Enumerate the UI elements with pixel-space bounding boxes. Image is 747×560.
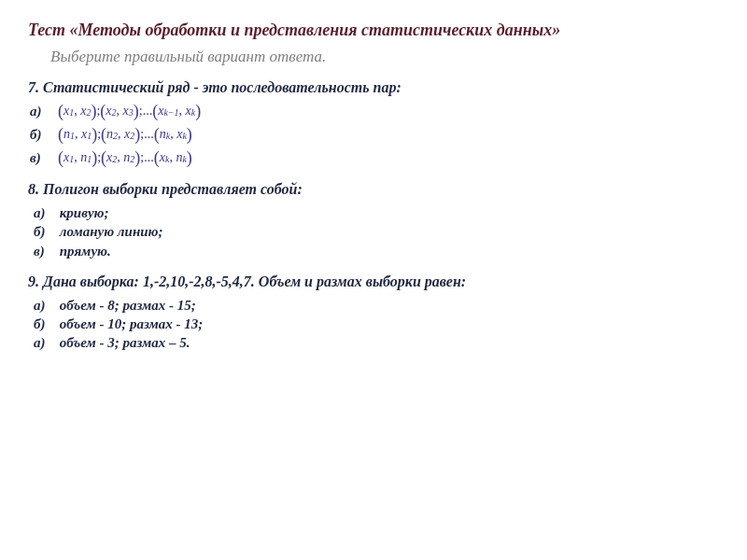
q7-prompt: 7. Статистический ряд - это последовател… xyxy=(28,79,719,96)
option-label: а) xyxy=(34,203,56,222)
q8-option-c: в) прямую. xyxy=(34,242,719,260)
option-label: а) xyxy=(30,104,58,119)
option-label: в) xyxy=(30,150,58,166)
option-label: а) xyxy=(34,333,56,352)
q8-prompt: 8. Полигон выборки представляет собой: xyxy=(28,181,719,198)
q7-option-a: а) (x1, x2);(x2, x3);...(xk−1, xk) xyxy=(28,102,719,121)
option-text: кривую; xyxy=(60,205,109,220)
q9-option-b: б) объем - 10; размах - 13; xyxy=(34,315,719,333)
option-label: а) xyxy=(34,296,56,315)
question-8: 8. Полигон выборки представляет собой: а… xyxy=(28,181,719,260)
test-subtitle: Выберите правильный вариант ответа. xyxy=(50,48,719,66)
q9-prompt: 9. Дана выборка: 1,-2,10,-2,8,-5,4,7. Об… xyxy=(28,273,719,290)
question-7: 7. Статистический ряд - это последовател… xyxy=(28,79,719,168)
option-text: объем - 8; размах - 15; xyxy=(60,298,196,313)
q9-option-c: а) объем - 3; размах – 5. xyxy=(34,333,719,352)
q7-option-c: в) (x1, n1);(x2, n2);...(xk, nk) xyxy=(28,148,719,168)
option-label: б) xyxy=(30,127,58,143)
option-text: ломаную линию; xyxy=(60,224,163,239)
q8-option-a: а) кривую; xyxy=(34,203,719,222)
q9-option-a: а) объем - 8; размах - 15; xyxy=(34,296,719,315)
q8-options: а) кривую; б) ломаную линию; в) прямую. xyxy=(34,203,719,260)
q7-option-b: б) (n1, x1);(n2, x2);...(nk, xk) xyxy=(28,125,719,145)
option-label: в) xyxy=(34,242,56,260)
option-text: прямую. xyxy=(60,244,111,259)
question-9: 9. Дана выборка: 1,-2,10,-2,8,-5,4,7. Об… xyxy=(28,273,719,353)
q8-option-b: б) ломаную линию; xyxy=(34,222,719,241)
test-title: Тест «Методы обработки и представления с… xyxy=(28,21,719,40)
q7-formula-c: (x1, n1);(x2, n2);...(xk, nk) xyxy=(58,148,192,168)
option-label: б) xyxy=(34,315,56,333)
q7-formula-a: (x1, x2);(x2, x3);...(xk−1, xk) xyxy=(58,102,201,121)
option-text: объем - 10; размах - 13; xyxy=(60,316,204,331)
q9-options: а) объем - 8; размах - 15; б) объем - 10… xyxy=(34,296,719,353)
slide: Тест «Методы обработки и представления с… xyxy=(0,0,747,560)
q7-formula-b: (n1, x1);(n2, x2);...(nk, xk) xyxy=(58,125,192,145)
option-label: б) xyxy=(34,222,56,241)
option-text: объем - 3; размах – 5. xyxy=(60,335,190,350)
